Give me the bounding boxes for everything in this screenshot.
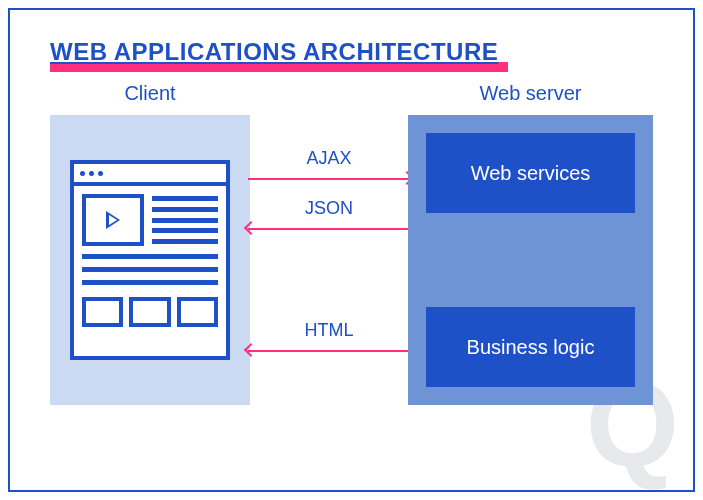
thumbnail-icon: [177, 297, 218, 327]
text-lines: [152, 194, 218, 246]
play-icon: [106, 211, 120, 229]
client-box: [50, 115, 250, 405]
business-logic-box: Business logic: [426, 307, 635, 387]
window-dot-icon: [89, 171, 94, 176]
text-line-icon: [82, 267, 218, 272]
browser-titlebar: [74, 164, 226, 186]
ajax-label: AJAX: [250, 148, 408, 169]
client-label: Client: [50, 82, 250, 105]
text-line-icon: [152, 196, 218, 201]
server-column: Web server Web services Business logic: [408, 82, 653, 405]
columns: Client: [50, 82, 653, 405]
browser-body: [74, 186, 226, 356]
connections-column: AJAX JSON HTML: [250, 82, 408, 405]
media-row: [82, 194, 218, 246]
title-wrap: WEB APPLICATIONS ARCHITECTURE: [50, 38, 498, 66]
server-box: Web services Business logic: [408, 115, 653, 405]
html-label: HTML: [250, 320, 408, 341]
server-label: Web server: [408, 82, 653, 105]
window-dot-icon: [98, 171, 103, 176]
web-services-box: Web services: [426, 133, 635, 213]
text-line-icon: [152, 218, 218, 223]
text-line-icon: [82, 280, 218, 285]
media-thumbnail: [82, 194, 144, 246]
text-line-icon: [82, 254, 218, 259]
json-arrow: [248, 228, 410, 230]
client-column: Client: [50, 82, 250, 405]
html-arrow: [248, 350, 410, 352]
content-layer: WEB APPLICATIONS ARCHITECTURE Client: [50, 38, 653, 405]
text-line-icon: [152, 239, 218, 244]
ajax-arrow: [248, 178, 410, 180]
json-label: JSON: [250, 198, 408, 219]
diagram-frame: Q WEB APPLICATIONS ARCHITECTURE Client: [8, 8, 695, 492]
text-line-icon: [152, 228, 218, 233]
page-title: WEB APPLICATIONS ARCHITECTURE: [50, 38, 498, 66]
window-dot-icon: [80, 171, 85, 176]
text-line-icon: [152, 207, 218, 212]
thumbnail-icon: [82, 297, 123, 327]
browser-window-icon: [70, 160, 230, 360]
thumbnail-row: [82, 297, 218, 327]
thumbnail-icon: [129, 297, 170, 327]
